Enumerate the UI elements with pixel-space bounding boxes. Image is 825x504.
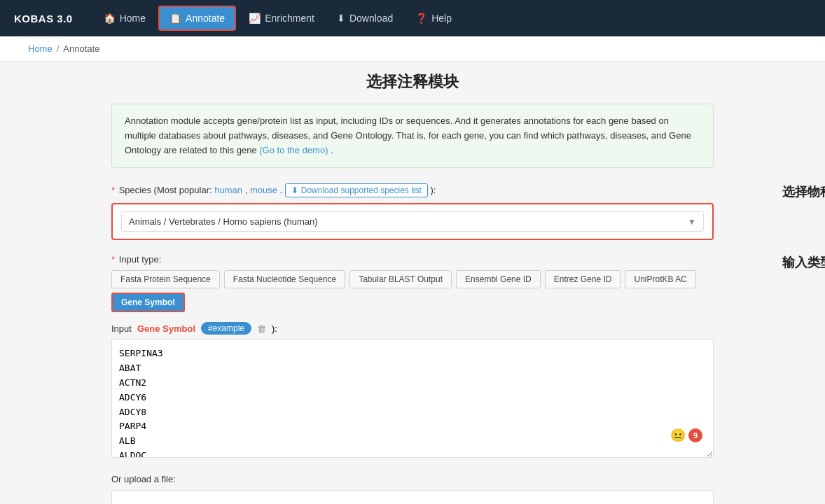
main-content: Annotation module accepts gene/protein l… — [83, 97, 742, 504]
species-selected-value: Animals / Vertebrates / Homo sapiens (hu… — [129, 216, 318, 227]
input-type-section: * Input type: Fasta Protein Sequence Fas… — [111, 254, 714, 312]
badge-count: 9 — [688, 428, 702, 442]
nav-download[interactable]: ⬇ Download — [327, 7, 403, 29]
floating-input-label: 输入类型 — [782, 254, 825, 271]
input-type-row: Fasta Protein Sequence Fasta Nucleotide … — [111, 270, 714, 312]
species-dropdown[interactable]: Animals / Vertebrates / Homo sapiens (hu… — [121, 211, 704, 232]
download-species-icon: ⬇ — [291, 186, 298, 195]
nav-enrichment[interactable]: 📈 Enrichment — [239, 7, 324, 29]
info-period: . — [331, 145, 333, 155]
breadcrumb-current: Annotate — [63, 43, 99, 54]
nav-items: 🏠 Home 📋 Annotate 📈 Enrichment ⬇ Downloa… — [94, 6, 462, 31]
textarea-wrapper: SERPINA3 ABAT ACTN2 ADCY6 ADCY8 PARP4 AL… — [111, 339, 714, 460]
nav-annotate[interactable]: 📋 Annotate — [158, 6, 236, 31]
brand-label: KOBAS 3.0 — [14, 13, 73, 24]
input-type-uniprot[interactable]: UniProtKB AC — [625, 270, 695, 288]
demo-link[interactable]: (Go to the demo) — [259, 145, 328, 155]
upload-box[interactable] — [111, 490, 714, 504]
breadcrumb-home[interactable]: Home — [28, 43, 53, 54]
emoji-row: 😐 9 — [670, 428, 702, 443]
input-type-entrez[interactable]: Entrez Gene ID — [545, 270, 621, 288]
species-box: Animals / Vertebrates / Homo sapiens (hu… — [111, 203, 714, 240]
example-badge[interactable]: #example — [201, 322, 251, 335]
species-req: * — [111, 185, 115, 195]
input-type-fasta-nucleotide[interactable]: Fasta Nucleotide Sequence — [224, 270, 345, 288]
trash-icon[interactable]: 🗑 — [257, 323, 266, 334]
species-label-text: Species (Most popular: — [119, 185, 215, 195]
breadcrumb-separator: / — [57, 43, 60, 54]
input-section: Input Gene Symbol #example 🗑 ): SERPINA3… — [111, 322, 714, 460]
download-species-btn[interactable]: ⬇ Download supported species list — [285, 183, 428, 197]
download-icon: ⬇ — [337, 13, 345, 24]
species-human-link[interactable]: human — [214, 185, 242, 195]
upload-section: Or upload a file: — [111, 474, 714, 504]
breadcrumb-bar: Home / Annotate — [0, 36, 825, 62]
input-type-label: * Input type: — [111, 254, 714, 265]
upload-label: Or upload a file: — [111, 474, 714, 484]
input-label-row: Input Gene Symbol #example 🗑 ): — [111, 322, 714, 335]
page-title: 选择注释模块 — [0, 64, 825, 97]
emoji-face: 😐 — [670, 428, 686, 443]
species-label: * Species (Most popular: human , mouse .… — [111, 183, 714, 197]
input-type-tag: Gene Symbol — [137, 323, 195, 334]
nav-help[interactable]: ❓ Help — [405, 7, 462, 29]
species-comma: , — [245, 185, 250, 195]
download-species-label: Download supported species list — [301, 186, 422, 195]
input-type-req: * — [111, 254, 115, 265]
nav-home[interactable]: 🏠 Home — [94, 7, 155, 29]
species-mouse-link[interactable]: mouse — [250, 185, 277, 195]
nav-enrichment-label: Enrichment — [265, 13, 314, 24]
floating-species-label: 选择物种 — [782, 183, 825, 200]
nav-download-label: Download — [349, 13, 393, 24]
help-icon: ❓ — [415, 13, 427, 24]
input-type-tabular-blast[interactable]: Tabular BLAST Output — [349, 270, 452, 288]
input-type-fasta-protein[interactable]: Fasta Protein Sequence — [111, 270, 220, 288]
home-icon: 🏠 — [104, 13, 116, 24]
input-type-label-text: Input type: — [119, 254, 162, 265]
input-label: Input — [111, 323, 132, 334]
enrichment-icon: 📈 — [249, 13, 261, 24]
species-colon: ): — [431, 185, 436, 195]
annotate-icon: 📋 — [169, 13, 181, 24]
nav-annotate-label: Annotate — [186, 13, 225, 24]
input-sep: ): — [272, 323, 277, 334]
info-text: Annotation module accepts gene/protein l… — [125, 115, 691, 155]
nav-help-label: Help — [431, 13, 452, 24]
species-section: * Species (Most popular: human , mouse .… — [111, 183, 714, 240]
input-type-ensembl[interactable]: Ensembl Gene ID — [456, 270, 541, 288]
species-dot: . — [280, 185, 285, 195]
gene-input[interactable]: SERPINA3 ABAT ACTN2 ADCY6 ADCY8 PARP4 AL… — [111, 339, 714, 458]
info-box: Annotation module accepts gene/protein l… — [111, 104, 714, 168]
chevron-down-icon: ▼ — [688, 217, 696, 227]
nav-home-label: Home — [120, 13, 146, 24]
input-type-gene-symbol[interactable]: Gene Symbol — [111, 293, 185, 312]
